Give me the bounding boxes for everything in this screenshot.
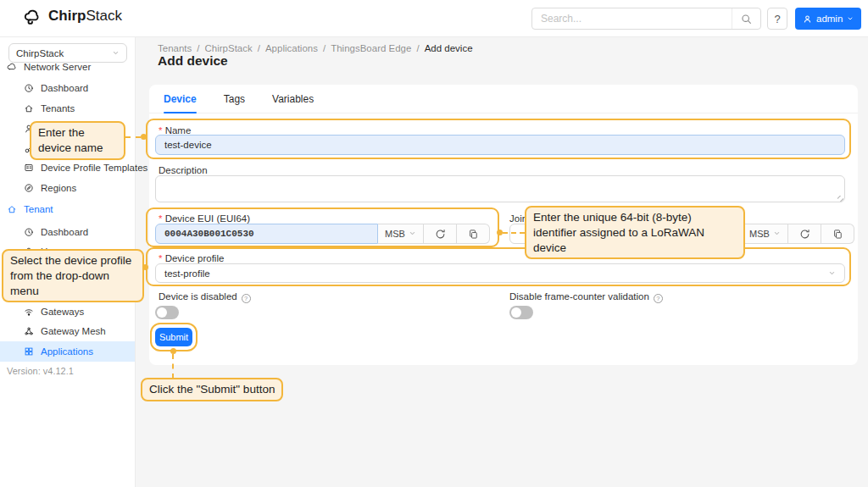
device-eui-byte-order-select[interactable]: MSB <box>378 224 424 244</box>
annotation-join-dot <box>497 230 503 235</box>
help-button[interactable]: ? <box>767 8 787 30</box>
device-eui-group: 0004A30B001C0530 MSB <box>155 224 490 244</box>
sidebar-item-gateways[interactable]: Gateways <box>24 304 84 319</box>
info-circle-icon[interactable]: ? <box>242 294 251 303</box>
annotation-device-profile: Select the device profile from the drop-… <box>2 249 144 302</box>
version-label: Version: v4.12.1 <box>7 366 74 376</box>
sidebar-section-tenant[interactable]: Tenant <box>7 202 53 217</box>
cloud-icon <box>7 62 17 72</box>
sidebar-item-tenants[interactable]: Tenants <box>24 101 75 116</box>
device-disabled-label: Device is disabled? <box>159 291 251 303</box>
annotation-name-dot <box>141 134 147 140</box>
search-icon[interactable] <box>732 8 760 29</box>
description-label: Description <box>159 165 208 175</box>
home-icon <box>7 204 17 214</box>
search-input[interactable] <box>532 8 732 29</box>
device-eui-copy-button[interactable] <box>457 224 490 244</box>
id-card-icon <box>24 163 34 173</box>
sidebar-item-gateway-mesh[interactable]: Gateway Mesh <box>24 324 106 339</box>
breadcrumb: Tenants/ChirpStack/Applications/ThingsBo… <box>158 43 473 53</box>
apps-grid-icon <box>24 346 34 357</box>
sidebar-item-tenant-dashboard[interactable]: Dashboard <box>24 224 88 240</box>
device-profile-select[interactable]: test-profile <box>155 263 845 283</box>
breadcrumb-tenants[interactable]: Tenants <box>158 43 192 53</box>
user-icon <box>803 14 812 24</box>
sidebar-section-network-server: Network Server <box>7 59 91 75</box>
device-disabled-toggle[interactable] <box>155 306 179 319</box>
annotation-profile-dot <box>142 264 148 270</box>
copy-icon <box>468 229 479 240</box>
breadcrumb-chirpstack[interactable]: ChirpStack <box>204 43 252 53</box>
cloud-logo-icon <box>22 8 42 25</box>
device-eui-input[interactable]: 0004A30B001C0530 <box>155 224 378 244</box>
compass-icon <box>24 183 34 193</box>
refresh-icon <box>799 229 810 240</box>
chirpstack-app: ChirpStack ? admin ChirpStack Network Se… <box>0 0 868 487</box>
organization-select-value: ChirpStack <box>16 48 64 58</box>
breadcrumb-current: Add device <box>425 43 473 53</box>
name-input[interactable]: test-device <box>155 135 845 155</box>
sidebar-item-ns-dashboard[interactable]: Dashboard <box>24 80 88 96</box>
submit-button[interactable]: Submit <box>155 328 192 346</box>
join-eui-byte-order-select[interactable]: MSB <box>743 224 788 244</box>
resize-grip-icon[interactable] <box>837 196 843 202</box>
annotation-submit-dot <box>170 348 176 354</box>
dashboard-icon <box>24 227 34 237</box>
join-eui-copy-button[interactable] <box>821 224 854 244</box>
page-title: Add device <box>158 53 228 69</box>
sidebar-item-applications[interactable]: Applications <box>24 344 93 359</box>
annotation-name: Enter the device name <box>30 121 125 160</box>
add-device-card: Device Tags Variables Name test-device D… <box>149 85 858 365</box>
device-eui-label: Device EUI (EUI64) <box>159 213 250 224</box>
device-profile-label: Device profile <box>159 253 224 263</box>
admin-menu-button[interactable]: admin <box>795 8 861 30</box>
annotation-join-connector <box>503 232 525 234</box>
tab-device[interactable]: Device <box>164 85 197 113</box>
annotation-submit: Click the "Submit" button <box>141 378 283 401</box>
chevron-down-icon <box>409 229 416 239</box>
logo-text: ChirpStack <box>48 8 122 25</box>
device-eui-generate-button[interactable] <box>424 224 457 244</box>
breadcrumb-thingsboard-edge[interactable]: ThingsBoard Edge <box>331 43 411 53</box>
annotation-join-eui: Enter the unique 64-bit (8-byte) identif… <box>525 206 745 259</box>
chevron-down-icon <box>828 268 836 279</box>
admin-label: admin <box>816 14 843 24</box>
annotation-name-connector <box>125 136 141 138</box>
mesh-icon <box>24 326 34 336</box>
dashboard-icon <box>24 83 34 93</box>
chirpstack-logo[interactable]: ChirpStack <box>22 8 122 25</box>
sidebar-item-device-profile-templates[interactable]: Device Profile Templates <box>24 160 147 175</box>
chevron-down-icon <box>112 48 120 58</box>
tab-bar: Device Tags Variables <box>149 85 858 113</box>
join-eui-generate-button[interactable] <box>788 224 821 244</box>
chevron-down-icon <box>847 15 854 22</box>
wifi-icon <box>24 307 34 317</box>
frame-counter-label: Disable frame-counter validation? <box>509 291 663 303</box>
frame-counter-toggle[interactable] <box>509 306 533 319</box>
tab-variables[interactable]: Variables <box>272 85 314 113</box>
sidebar-item-regions[interactable]: Regions <box>24 180 76 196</box>
info-circle-icon[interactable]: ? <box>654 294 663 303</box>
global-search <box>531 8 761 30</box>
refresh-icon <box>435 229 446 240</box>
tab-tags[interactable]: Tags <box>224 85 245 113</box>
home-icon <box>24 103 34 113</box>
chevron-down-icon <box>773 229 781 239</box>
description-textarea[interactable] <box>155 175 845 202</box>
copy-icon <box>832 229 843 240</box>
annotation-submit-connector <box>172 354 174 379</box>
top-header: ChirpStack ? admin <box>0 0 868 37</box>
breadcrumb-applications[interactable]: Applications <box>265 43 318 53</box>
